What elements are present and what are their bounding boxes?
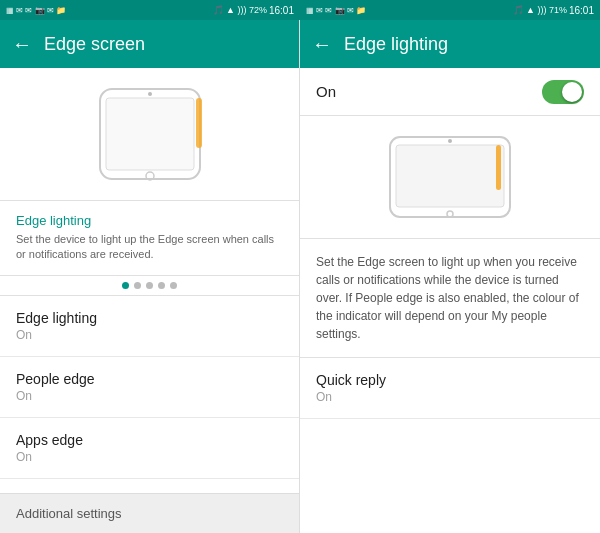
notification-icons: ▦ ✉ ✉ 📷 ✉ 📁: [6, 6, 66, 15]
settings-item-apps-edge[interactable]: Apps edge On: [0, 418, 299, 479]
dot-1: [122, 282, 129, 289]
right-time: 16:01: [569, 5, 594, 16]
left-description-text: Set the device to light up the Edge scre…: [16, 232, 283, 263]
dual-status-bar: ▦ ✉ ✉ 📷 ✉ 📁 🎵 ▲ ))) 72% 16:01 ▦ ✉ ✉ 📷 ✉ …: [0, 0, 600, 20]
svg-rect-1: [106, 98, 194, 170]
quick-reply-subtitle: On: [316, 390, 584, 404]
left-back-button[interactable]: ←: [12, 33, 32, 56]
svg-rect-8: [496, 145, 501, 190]
people-edge-title: People edge: [16, 371, 283, 387]
right-panel: ← Edge lighting On: [300, 20, 600, 533]
quick-reply-title: Quick reply: [316, 372, 584, 388]
apps-edge-title: Apps edge: [16, 432, 283, 448]
settings-item-people-edge[interactable]: People edge On: [0, 357, 299, 418]
left-signal-icons: 🎵 ▲ ))) 72%: [213, 5, 267, 15]
right-toolbar: ← Edge lighting: [300, 20, 600, 68]
additional-settings[interactable]: Additional settings: [0, 493, 299, 533]
svg-point-9: [448, 139, 452, 143]
dot-indicators: [0, 276, 299, 296]
left-status-icons: ▦ ✉ ✉ 📷 ✉ 📁: [6, 6, 66, 15]
dot-2: [134, 282, 141, 289]
left-phone-illustration: [0, 68, 299, 201]
main-panels: ← Edge screen Edge lighting Set the devi…: [0, 20, 600, 533]
svg-rect-6: [396, 145, 504, 207]
quick-reply-item[interactable]: Quick reply On: [300, 358, 600, 419]
toggle-switch[interactable]: [542, 80, 584, 104]
left-description-title: Edge lighting: [16, 213, 283, 228]
people-edge-subtitle: On: [16, 389, 283, 403]
left-phone-svg: [70, 84, 230, 184]
right-status-right: 🎵 ▲ ))) 71% 16:01: [513, 5, 594, 16]
left-panel: ← Edge screen Edge lighting Set the devi…: [0, 20, 300, 533]
right-notification-icons: ▦ ✉ ✉ 📷 ✉ 📁: [306, 6, 366, 15]
settings-item-information-stream[interactable]: Information stream On: [0, 479, 299, 493]
settings-list: Edge lighting On People edge On Apps edg…: [0, 296, 299, 493]
left-description-area: Edge lighting Set the device to light up…: [0, 201, 299, 276]
svg-point-4: [148, 92, 152, 96]
svg-rect-3: [196, 98, 202, 148]
right-description: Set the Edge screen to light up when you…: [300, 239, 600, 358]
dot-4: [158, 282, 165, 289]
right-status-bar: ▦ ✉ ✉ 📷 ✉ 📁 🎵 ▲ ))) 71% 16:01: [300, 0, 600, 20]
left-status-bar: ▦ ✉ ✉ 📷 ✉ 📁 🎵 ▲ ))) 72% 16:01: [0, 0, 300, 20]
edge-lighting-subtitle: On: [16, 328, 283, 342]
right-toolbar-title: Edge lighting: [344, 34, 448, 55]
right-description-text: Set the Edge screen to light up when you…: [316, 253, 584, 343]
settings-item-edge-lighting[interactable]: Edge lighting On: [0, 296, 299, 357]
right-status-icons: ▦ ✉ ✉ 📷 ✉ 📁: [306, 6, 366, 15]
apps-edge-subtitle: On: [16, 450, 283, 464]
toggle-knob: [562, 82, 582, 102]
right-phone-svg: [380, 132, 520, 222]
additional-settings-text: Additional settings: [16, 506, 122, 521]
toggle-label: On: [316, 83, 336, 100]
toggle-row: On: [300, 68, 600, 116]
dot-5: [170, 282, 177, 289]
right-content: Set the Edge screen to light up when you…: [300, 116, 600, 533]
right-back-button[interactable]: ←: [312, 33, 332, 56]
left-status-right: 🎵 ▲ ))) 72% 16:01: [213, 5, 294, 16]
edge-lighting-title: Edge lighting: [16, 310, 283, 326]
dot-3: [146, 282, 153, 289]
right-phone-area: [300, 116, 600, 239]
left-time: 16:01: [269, 5, 294, 16]
left-toolbar-title: Edge screen: [44, 34, 145, 55]
right-signal-icons: 🎵 ▲ ))) 71%: [513, 5, 567, 15]
left-toolbar: ← Edge screen: [0, 20, 299, 68]
